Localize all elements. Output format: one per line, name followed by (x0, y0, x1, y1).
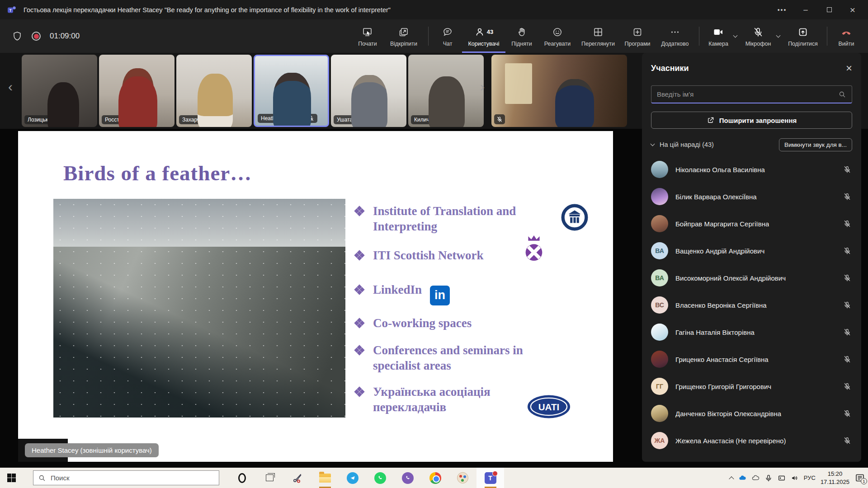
share-invite-button[interactable]: Поширити запрошення (651, 112, 852, 129)
participant-row[interactable]: ГГ Грищенко Григорій Григорович (642, 373, 861, 400)
taskbar-app-explorer[interactable] (311, 468, 339, 488)
camera-on-icon (713, 27, 724, 38)
taskbar-app-viber[interactable] (394, 468, 421, 488)
toolbar-divider (428, 27, 429, 46)
diamond-bullet-icon (355, 346, 364, 355)
participant-row[interactable]: Гриценко Анастасія Сергіївна (642, 346, 861, 373)
video-tile[interactable]: Лозицька ... (22, 55, 97, 127)
section-chevron-icon[interactable] (651, 142, 655, 146)
mic-muted-icon[interactable] (843, 165, 851, 174)
tray-display-icon[interactable] (778, 474, 786, 482)
close-panel-icon[interactable]: × (846, 63, 852, 74)
participant-row[interactable]: ВА Ващенко Андрій Андрійович (642, 237, 861, 264)
mic-muted-icon[interactable] (843, 247, 851, 255)
participants-panel: Учасники × Поширити запрошення На цій на… (642, 53, 861, 462)
participant-row[interactable]: Бойправ Маргарита Сергіївна (642, 210, 861, 237)
mic-muted-icon[interactable] (843, 301, 851, 309)
taskbar-search-box[interactable] (33, 470, 219, 485)
raise-hand-button[interactable]: Підняти (505, 19, 538, 53)
more-button[interactable]: Додатково (656, 19, 694, 53)
participants-button[interactable]: 43 Користувачі (462, 19, 505, 53)
avatar-initials: ГГ (651, 378, 668, 395)
button-label: Чат (443, 41, 453, 47)
view-button[interactable]: Переглянути (577, 19, 619, 53)
notification-center-button[interactable]: 1 (854, 473, 865, 483)
volume-icon[interactable] (791, 474, 799, 482)
button-label: Користувачі (468, 41, 499, 47)
video-tile[interactable]: Захарчук С... (176, 55, 252, 127)
participant-row[interactable]: Ніколаєнко Ольга Василівна (642, 156, 861, 183)
video-tile-active-speaker[interactable]: Heather Stacey ... (254, 55, 329, 127)
taskbar-app-telegram[interactable] (339, 468, 366, 488)
participant-row[interactable]: Білик Варвара ОлексіЇвна (642, 183, 861, 210)
minimize-button[interactable]: – (794, 0, 817, 19)
slide-bullet: ITI Scottish Network (355, 248, 581, 263)
meeting-toolbar: 01:09:00 Почати Відкріпити Чат (0, 19, 868, 53)
button-label: Почати (358, 41, 377, 47)
language-indicator[interactable]: РУС (804, 474, 816, 481)
window-menu-button[interactable]: ••• (770, 0, 794, 19)
participant-row[interactable]: Данченко Вікторія Олександрівна (642, 400, 861, 427)
spotlight-video-tile[interactable] (491, 55, 627, 127)
taskbar-app-opera[interactable] (228, 468, 256, 488)
share-start-button[interactable]: Почати (351, 19, 384, 53)
shield-icon (12, 31, 23, 42)
participant-name: Ніколаєнко Ольга Василівна (675, 166, 765, 174)
start-button[interactable] (7, 474, 16, 482)
strip-scroll-right-icon[interactable]: › (480, 79, 485, 94)
mic-options-chevron-icon[interactable] (776, 33, 781, 38)
video-tile[interactable]: Ушата Тетя... (331, 55, 406, 127)
video-tile[interactable]: Киличова ... (408, 55, 484, 127)
clock[interactable]: 15:20 17.11.2025 (821, 470, 849, 486)
taskbar-search-input[interactable] (51, 474, 214, 482)
presentation-slide: Birds of a feather… Institute of Transla… (18, 131, 613, 462)
mic-muted-icon[interactable] (843, 192, 851, 201)
tray-mic-icon[interactable] (764, 474, 773, 482)
tile-name: Ушата Тетя... (337, 117, 370, 123)
participant-search-field[interactable] (651, 85, 852, 103)
leave-button[interactable]: Вийти (832, 19, 861, 53)
react-button[interactable]: Реагувати (538, 19, 577, 53)
mic-muted-icon[interactable] (843, 382, 851, 390)
taskbar-app-paint[interactable] (449, 468, 476, 488)
taskbar-app-whatsapp[interactable] (366, 468, 394, 488)
onedrive-cloud-icon[interactable] (738, 474, 746, 482)
camera-button[interactable]: Камера (704, 19, 733, 53)
avatar (651, 215, 668, 232)
mic-muted-icon[interactable] (843, 328, 851, 336)
participant-search-input[interactable] (657, 90, 838, 98)
mic-muted-icon[interactable] (843, 274, 851, 282)
mic-muted-icon[interactable] (843, 436, 851, 445)
microphone-button[interactable]: Мікрофон (741, 19, 776, 53)
unpin-button[interactable]: Відкріпити (384, 19, 424, 53)
tray-date: 17.11.2025 (821, 479, 849, 485)
camera-options-chevron-icon[interactable] (733, 33, 738, 38)
taskbar-app-teams[interactable]: T (476, 468, 504, 488)
tray-expand-chevron-icon[interactable] (729, 476, 734, 481)
mic-muted-icon[interactable] (843, 220, 851, 228)
mic-muted-icon[interactable] (843, 409, 851, 418)
participant-name: Жежела Анастасія (Не перевірено) (675, 437, 786, 445)
taskbar-task-view[interactable] (256, 468, 283, 488)
participant-row[interactable]: ВА Високоморний Олексій Андрійович (642, 264, 861, 291)
participant-row[interactable]: ЖА Жежела Анастасія (Не перевірено) (642, 427, 861, 454)
mute-all-button[interactable]: Вимкнути звук для в... (779, 138, 852, 151)
seabird-cliff-photo (53, 199, 345, 418)
tile-name: Heather Stacey ... (261, 115, 304, 122)
cloud-gray-icon[interactable] (751, 474, 760, 482)
participant-row[interactable]: Гагіна Наталія Вікторівна (642, 319, 861, 346)
mic-muted-icon[interactable] (843, 355, 851, 363)
strip-scroll-left-icon[interactable]: ‹ (8, 79, 13, 94)
tile-name: Захарчук С... (182, 117, 215, 123)
diamond-bullet-icon (355, 319, 364, 328)
screen-share-icon (362, 27, 373, 38)
video-tile[interactable]: Росстальна... (99, 55, 175, 127)
share-button[interactable]: Поділитися (783, 19, 822, 53)
maximize-button[interactable] (817, 0, 841, 19)
participant-row[interactable]: ВС Власенко Вероніка Сергіївна (642, 291, 861, 319)
taskbar-app-chrome[interactable] (421, 468, 449, 488)
chat-button[interactable]: Чат (433, 19, 462, 53)
taskbar-app-snipping[interactable] (283, 468, 311, 488)
close-button[interactable]: × (841, 0, 864, 19)
apps-button[interactable]: Програми (619, 19, 656, 53)
